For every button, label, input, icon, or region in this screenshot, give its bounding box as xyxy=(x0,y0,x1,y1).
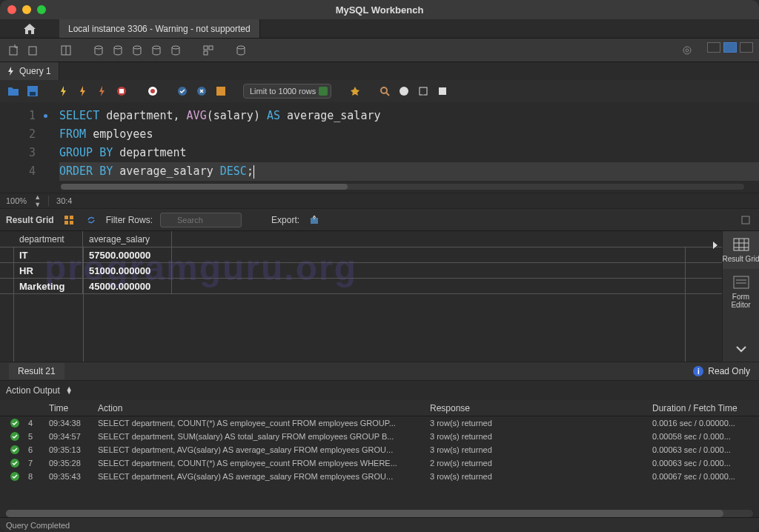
svg-rect-18 xyxy=(119,89,124,93)
wrap-icon[interactable]: ¶ xyxy=(416,84,431,99)
autocommit-icon[interactable] xyxy=(213,84,228,99)
output-row[interactable]: 8 09:35:43 SELECT department, AVG(salary… xyxy=(0,470,759,483)
sql-editor[interactable]: 1234 SELECT department, AVG(salary) AS a… xyxy=(0,102,759,193)
column-header[interactable]: department xyxy=(13,231,83,247)
query-tabs: Query 1 xyxy=(0,62,759,80)
svg-rect-1 xyxy=(29,47,36,55)
export-icon[interactable] xyxy=(307,213,322,227)
info-icon: i xyxy=(693,366,703,376)
svg-point-14 xyxy=(686,49,689,52)
side-tab-result-grid[interactable]: Result Grid xyxy=(723,231,760,269)
table-row[interactable]: Marketing45000.000000 xyxy=(0,279,722,294)
output-row[interactable]: 5 09:34:57 SELECT department, SUM(salary… xyxy=(0,430,759,443)
editor-scrollbar[interactable] xyxy=(61,184,744,190)
col-response: Response xyxy=(425,403,648,413)
db-icon-5[interactable] xyxy=(168,42,184,59)
code-area[interactable]: SELECT department, AVG(salary) AS averag… xyxy=(44,102,759,193)
commit-icon[interactable] xyxy=(175,84,190,99)
main-toolbar xyxy=(0,39,759,62)
result-grid-label: Result Grid xyxy=(6,215,54,225)
chevron-down-icon xyxy=(735,345,747,353)
beautify-icon[interactable] xyxy=(348,84,362,99)
output-scrollbar[interactable] xyxy=(6,510,753,517)
home-icon xyxy=(24,24,36,34)
output-row[interactable]: 7 09:35:28 SELECT department, COUNT(*) A… xyxy=(0,456,759,470)
dashboard-icon[interactable] xyxy=(200,42,216,59)
statusbar: Query Completed xyxy=(0,517,759,532)
svg-rect-16 xyxy=(30,92,36,96)
result-tab[interactable]: Result 21 xyxy=(9,363,64,379)
inspector-icon[interactable] xyxy=(58,42,74,59)
svg-point-8 xyxy=(172,46,179,49)
db-icon-4[interactable] xyxy=(148,42,165,59)
svg-point-6 xyxy=(133,46,141,49)
svg-rect-43 xyxy=(734,276,749,288)
open-sql-icon[interactable] xyxy=(25,42,42,59)
column-header[interactable]: average_salary xyxy=(83,231,172,247)
panel-toggle-left[interactable] xyxy=(707,42,720,53)
query-tab-1[interactable]: Query 1 xyxy=(0,62,59,80)
invisible-chars-icon[interactable] xyxy=(397,84,411,99)
table-row[interactable]: IT57500.000000 xyxy=(0,247,722,263)
panel-toggle-bottom[interactable] xyxy=(723,42,737,53)
svg-rect-23 xyxy=(216,87,225,96)
svg-point-20 xyxy=(150,89,155,93)
output-row[interactable]: 6 09:35:13 SELECT department, AVG(salary… xyxy=(0,443,759,456)
svg-point-24 xyxy=(381,87,387,93)
svg-text:¶: ¶ xyxy=(421,88,425,96)
result-side-tabs: Result Grid Form Editor xyxy=(722,231,759,362)
panel-toggle-right[interactable] xyxy=(740,42,753,53)
grid-view-icon[interactable] xyxy=(62,213,76,227)
svg-point-4 xyxy=(95,46,102,49)
output-header: Action Output ▲▼ xyxy=(0,381,759,400)
output-row[interactable]: 4 09:34:38 SELECT department, COUNT(*) A… xyxy=(0,416,759,430)
result-status-bar: Result 21 i Read Only xyxy=(0,362,759,381)
result-grid[interactable]: programguru.org departmentaverage_salary… xyxy=(0,231,722,362)
svg-rect-30 xyxy=(64,216,68,219)
svg-rect-37 xyxy=(742,216,749,224)
filter-label: Filter Rows: xyxy=(106,215,153,225)
rollback-icon[interactable] xyxy=(194,84,209,99)
home-tab[interactable] xyxy=(0,19,59,38)
side-tab-more[interactable] xyxy=(723,339,760,362)
db-icon-2[interactable] xyxy=(110,42,126,59)
stop-icon[interactable] xyxy=(114,84,129,99)
svg-rect-33 xyxy=(70,221,73,225)
next-page-icon[interactable] xyxy=(712,240,719,250)
execute-current-icon[interactable] xyxy=(76,84,90,99)
db-icon-3[interactable] xyxy=(129,42,145,59)
no-limit-icon[interactable] xyxy=(145,84,160,99)
db-icon-1[interactable] xyxy=(90,42,107,59)
refresh-icon[interactable] xyxy=(84,213,99,227)
maximize-result-icon[interactable] xyxy=(738,213,753,227)
find-icon[interactable] xyxy=(377,84,392,99)
svg-rect-31 xyxy=(70,216,73,219)
result-toolbar: Result Grid Filter Rows: Export: xyxy=(0,209,759,231)
connection-tab[interactable]: Local instance 3306 - Warning - not supp… xyxy=(59,19,260,38)
lightning-icon xyxy=(7,67,15,76)
svg-point-7 xyxy=(153,46,160,49)
export-label: Export: xyxy=(271,215,299,225)
grid-icon xyxy=(732,237,750,252)
side-tab-form-editor[interactable]: Form Editor xyxy=(723,269,760,315)
cursor-position: 30:4 xyxy=(56,196,72,205)
svg-point-5 xyxy=(114,46,122,49)
explain-icon[interactable] xyxy=(95,84,110,99)
status-text: Query Completed xyxy=(6,521,70,530)
open-file-icon[interactable] xyxy=(6,84,21,99)
limit-rows-select[interactable]: Limit to 1000 rows xyxy=(243,84,331,99)
snippet-icon[interactable] xyxy=(435,84,450,99)
output-table: Time Action Response Duration / Fetch Ti… xyxy=(0,400,759,483)
connection-tabs: Local instance 3306 - Warning - not supp… xyxy=(0,19,759,39)
new-sql-tab-icon[interactable] xyxy=(6,42,22,59)
save-file-icon[interactable] xyxy=(25,84,40,99)
svg-rect-10 xyxy=(209,46,213,50)
table-row[interactable]: HR51000.000000 xyxy=(0,263,722,279)
execute-icon[interactable] xyxy=(56,84,71,99)
server-icon[interactable] xyxy=(233,42,249,59)
filter-input[interactable] xyxy=(160,213,242,227)
col-action: Action xyxy=(93,403,425,413)
settings-gear-icon[interactable] xyxy=(679,42,695,59)
col-time: Time xyxy=(44,403,93,413)
readonly-indicator: i Read Only xyxy=(693,366,750,376)
